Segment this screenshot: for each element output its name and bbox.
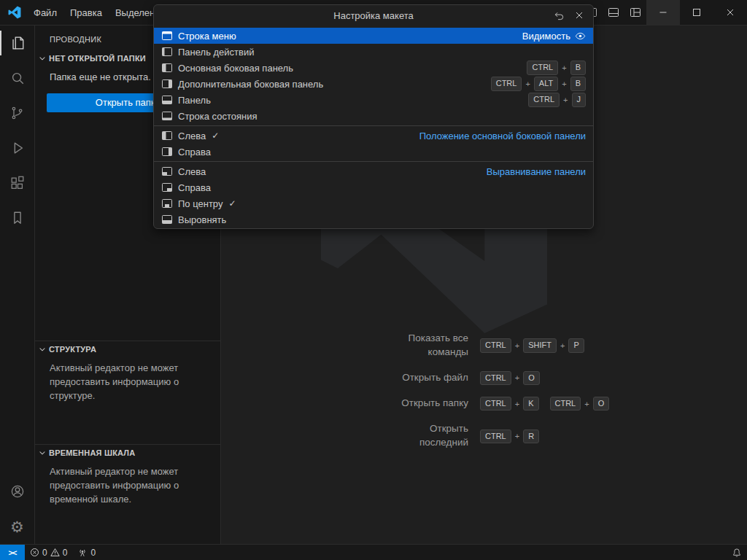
- key-chip: K: [523, 397, 538, 411]
- plus-separator: +: [560, 341, 565, 350]
- vscode-logo-icon: [0, 6, 27, 19]
- ports-status[interactable]: 0: [72, 545, 101, 560]
- source-control-icon[interactable]: [0, 96, 35, 131]
- shortcut-keys-open-file: CTRL+O: [480, 371, 609, 385]
- keybinding: CTRL+J: [528, 93, 586, 106]
- menu-item-file[interactable]: Файл: [27, 0, 63, 25]
- plus-separator: +: [515, 432, 519, 440]
- key-chip: CTRL: [491, 77, 522, 90]
- section-header-timeline[interactable]: ВРЕМЕННАЯ ШКАЛА: [35, 445, 220, 461]
- check-icon: ✓: [212, 131, 219, 141]
- menu-item-edit[interactable]: Правка: [63, 0, 109, 25]
- key-chip: SHIFT: [523, 338, 557, 352]
- eye-icon: [575, 31, 586, 42]
- panel-right-icon: [161, 182, 173, 193]
- layout-option-panel-align-justify[interactable]: Выровнять: [154, 211, 593, 228]
- plus-separator: +: [562, 79, 566, 88]
- quick-pick-header[interactable]: Настройка макета: [154, 5, 593, 26]
- section-title: СТРУКТУРА: [49, 345, 96, 354]
- key-chip: CTRL: [528, 93, 560, 106]
- layout-option-panel-align-left[interactable]: СлеваВыравнивание панели: [154, 163, 593, 179]
- section-description: Активный редактор не может предоставить …: [35, 461, 220, 507]
- minimize-button[interactable]: [646, 0, 680, 26]
- key-chip: B: [570, 61, 586, 74]
- layout-option-panel-align-center[interactable]: По центру✓: [154, 195, 593, 211]
- key-chip: CTRL: [480, 338, 511, 352]
- activity-bar: ⚙: [0, 26, 35, 544]
- bookmarks-icon[interactable]: [0, 201, 35, 236]
- layout-option-primary-sidebar[interactable]: Основная боковая панельCTRL+B: [154, 60, 593, 76]
- menu-bar: ФайлПравкаВыделение: [27, 0, 172, 25]
- extensions-icon[interactable]: [0, 166, 35, 201]
- layout-option-sidebar-right[interactable]: Справа: [154, 144, 593, 160]
- key-chip: CTRL: [480, 429, 511, 443]
- warning-count: 0: [63, 548, 68, 558]
- option-label: Слева: [178, 131, 206, 141]
- account-icon[interactable]: [0, 474, 35, 509]
- key-chip: O: [523, 371, 540, 385]
- keybinding: CTRL+B: [527, 61, 586, 74]
- status-bar: >< 0 0 0: [0, 544, 747, 560]
- layout-option-status-bar[interactable]: Строка состояния: [154, 108, 593, 124]
- shortcut-label-show-all-commands: Показать все команды: [387, 332, 468, 359]
- notifications-bell[interactable]: [727, 545, 747, 560]
- section-title: НЕТ ОТКРЫТОЙ ПАПКИ: [49, 54, 146, 63]
- chevron-down-icon: [38, 448, 47, 457]
- sidebar-section-timeline: ВРЕМЕННАЯ ШКАЛААктивный редактор не може…: [35, 444, 220, 507]
- quick-pick-title: Настройка макета: [333, 10, 413, 21]
- customize-layout-icon[interactable]: [624, 3, 646, 22]
- settings-gear-icon[interactable]: ⚙: [0, 509, 35, 544]
- section-description: Активный редактор не может предоставить …: [35, 357, 220, 403]
- secondary-sidebar-icon: [161, 78, 173, 90]
- shortcut-label-open-recent: Открыть последний: [387, 422, 468, 450]
- layout-option-secondary-sidebar[interactable]: Дополнительная боковая панельCTRL+ALT+B: [154, 76, 593, 92]
- option-label: Справа: [178, 147, 211, 158]
- key-chip: ALT: [534, 77, 558, 90]
- search-icon[interactable]: [0, 61, 35, 96]
- key-chip: P: [568, 338, 584, 352]
- activity-bar-icon: [161, 46, 173, 58]
- layout-option-activity-bar[interactable]: Панель действий: [154, 44, 593, 60]
- keybinding: F11: [522, 228, 545, 229]
- primary-sidebar-icon: [161, 62, 173, 74]
- option-right-label: Видимость: [522, 31, 570, 42]
- layout-option-panel[interactable]: ПанельCTRL+J: [154, 92, 593, 108]
- key-chip: R: [523, 429, 539, 443]
- option-link[interactable]: Выравнивание панели: [487, 166, 586, 177]
- maximize-button[interactable]: [680, 0, 713, 26]
- panel-icon: [161, 94, 173, 106]
- explorer-icon[interactable]: [0, 26, 35, 61]
- layout-option-fullscreen[interactable]: Во весь экранF11Режимы: [154, 228, 593, 229]
- run-debug-icon[interactable]: [0, 131, 35, 166]
- remote-indicator[interactable]: ><: [0, 545, 25, 560]
- shortcut-label-open-folder: Открыть папку: [387, 397, 468, 411]
- section-header-outline[interactable]: СТРУКТУРА: [35, 341, 220, 357]
- layout-option-menu-bar[interactable]: Строка менюВидимость: [154, 28, 593, 44]
- undo-icon[interactable]: [551, 7, 567, 23]
- key-chip: O: [593, 397, 610, 411]
- error-count: 0: [42, 548, 47, 558]
- watermark-shortcuts: Показать все командыCTRL+SHIFT+PОткрыть …: [387, 332, 609, 450]
- key-chip: J: [572, 93, 587, 106]
- key-chip: CTRL: [480, 371, 511, 385]
- option-label: Слева: [178, 166, 206, 177]
- panel-left-icon: [161, 166, 173, 177]
- quickpick-separator: [154, 161, 593, 162]
- close-button[interactable]: [713, 0, 747, 26]
- option-label: Справа: [178, 182, 211, 193]
- toggle-panel-icon[interactable]: [603, 3, 624, 22]
- panel-justify-icon: [161, 214, 173, 225]
- option-label: Панель действий: [178, 47, 254, 58]
- remote-glyph: ><: [9, 548, 17, 557]
- option-label: Панель: [178, 95, 211, 106]
- option-label: Дополнительная боковая панель: [178, 79, 323, 90]
- layout-option-sidebar-left[interactable]: Слева✓Положение основной боковой панели: [154, 128, 593, 144]
- menu-bar-icon: [161, 30, 173, 42]
- layout-option-panel-align-right[interactable]: Справа: [154, 179, 593, 195]
- plus-separator: +: [563, 96, 568, 104]
- quickpick-separator: [154, 125, 593, 126]
- close-icon[interactable]: [571, 7, 587, 23]
- option-link[interactable]: Положение основной боковой панели: [419, 131, 586, 141]
- problems-status[interactable]: 0 0: [25, 545, 72, 560]
- shortcut-label-open-file: Открыть файл: [387, 371, 468, 385]
